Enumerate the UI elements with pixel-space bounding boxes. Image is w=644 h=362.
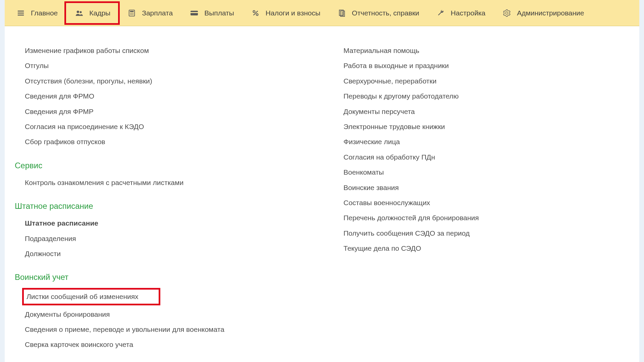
menu-icon bbox=[17, 9, 25, 17]
tb-admin-label: Администрирование bbox=[517, 9, 584, 17]
tb-otchet-label: Отчетность, справки bbox=[352, 9, 419, 17]
section-staff-title: Штатное расписание bbox=[15, 201, 263, 211]
tb-nalogi[interactable]: Налоги и взносы bbox=[243, 0, 329, 26]
svg-point-10 bbox=[130, 14, 131, 15]
svg-point-15 bbox=[253, 10, 255, 12]
svg-point-11 bbox=[131, 14, 132, 15]
percent-icon bbox=[252, 9, 260, 17]
tb-main-label: Главное bbox=[31, 9, 58, 17]
tb-kadry-label: Кадры bbox=[89, 9, 110, 17]
left-top-link[interactable]: Изменение графиков работы списком bbox=[15, 43, 263, 58]
staff-link[interactable]: Штатное расписание bbox=[15, 216, 263, 231]
right-link[interactable]: Военкоматы bbox=[343, 165, 578, 180]
svg-point-8 bbox=[131, 13, 132, 13]
tb-kadry[interactable]: Кадры bbox=[66, 0, 119, 26]
svg-line-17 bbox=[253, 11, 258, 15]
right-link[interactable]: Сверхурочные, переработки bbox=[343, 73, 578, 88]
tb-nastroy[interactable]: Настройка bbox=[428, 0, 494, 26]
wallet-icon bbox=[190, 9, 198, 17]
tb-otchet[interactable]: Отчетность, справки bbox=[329, 0, 428, 26]
right-link[interactable]: Материальная помощь bbox=[343, 43, 578, 58]
tb-main[interactable]: Главное bbox=[8, 0, 66, 26]
left-top-link[interactable]: Сбор графиков отпусков bbox=[15, 134, 263, 149]
people-icon bbox=[75, 9, 83, 17]
military-link[interactable]: Сведения о приеме, переводе и увольнении… bbox=[15, 322, 263, 337]
left-top-link[interactable]: Отсутствия (болезни, прогулы, неявки) bbox=[15, 73, 263, 88]
right-link[interactable]: Физические лица bbox=[343, 134, 578, 149]
tb-vyplaty[interactable]: Выплаты bbox=[181, 0, 243, 26]
right-link[interactable]: Получить сообщения СЭДО за период bbox=[343, 226, 578, 241]
right-link[interactable]: Документы персучета bbox=[343, 104, 578, 119]
section-military-title: Воинский учет bbox=[15, 273, 263, 282]
right-link[interactable]: Текущие дела по СЭДО bbox=[343, 241, 578, 256]
left-top-link[interactable]: Сведения для ФРМО bbox=[15, 88, 263, 104]
svg-rect-14 bbox=[191, 12, 198, 13]
svg-point-4 bbox=[80, 11, 82, 13]
svg-rect-6 bbox=[130, 11, 134, 12]
right-column: Материальная помощьРабота в выходные и п… bbox=[343, 43, 578, 352]
left-top-link[interactable]: Отгулы bbox=[15, 58, 263, 73]
left-top-link[interactable]: Сведения для ФРМР bbox=[15, 104, 263, 119]
tb-admin[interactable]: Администрирование bbox=[494, 0, 593, 26]
left-top-link[interactable]: Согласия на присоединение к КЭДО bbox=[15, 119, 263, 134]
tb-zarplata-label: Зарплата bbox=[142, 9, 173, 17]
svg-point-9 bbox=[133, 13, 133, 13]
tb-nastroy-label: Настройка bbox=[451, 9, 485, 17]
highlight-box: Листки сообщений об изменениях bbox=[22, 288, 160, 305]
right-link[interactable]: Электронные трудовые книжки bbox=[343, 119, 578, 134]
report-icon bbox=[338, 9, 346, 17]
right-link[interactable]: Согласия на обработку ПДн bbox=[343, 149, 578, 165]
section-service-title: Сервис bbox=[15, 161, 263, 170]
svg-point-12 bbox=[133, 14, 133, 15]
military-link-highlighted[interactable]: Листки сообщений об изменениях bbox=[26, 292, 156, 301]
svg-rect-0 bbox=[18, 10, 24, 11]
staff-link[interactable]: Должности bbox=[15, 246, 263, 261]
tb-vyplaty-label: Выплаты bbox=[204, 9, 234, 17]
military-link[interactable]: Документы бронирования bbox=[15, 307, 263, 322]
right-link[interactable]: Перечень должностей для бронирования bbox=[343, 210, 578, 225]
staff-link[interactable]: Подразделения bbox=[15, 231, 263, 246]
right-link[interactable]: Составы военнослужащих bbox=[343, 195, 578, 210]
tb-nalogi-label: Налоги и взносы bbox=[266, 9, 320, 17]
calc-icon bbox=[128, 9, 136, 17]
gear-icon bbox=[503, 9, 511, 17]
right-link[interactable]: Работа в выходные и праздники bbox=[343, 58, 578, 73]
svg-point-16 bbox=[256, 13, 258, 15]
tb-zarplata[interactable]: Зарплата bbox=[119, 0, 181, 26]
svg-rect-2 bbox=[18, 14, 24, 15]
military-link[interactable]: Сверка карточек воинского учета bbox=[15, 337, 263, 352]
right-link[interactable]: Воинские звания bbox=[343, 180, 578, 195]
svg-point-7 bbox=[130, 13, 131, 13]
left-column: Изменение графиков работы спискомОтгулыО… bbox=[15, 43, 263, 352]
wrench-icon bbox=[437, 9, 445, 17]
service-link[interactable]: Контроль ознакомления с расчетными листк… bbox=[15, 175, 263, 190]
svg-rect-1 bbox=[18, 12, 24, 13]
main-toolbar: ГлавноеКадрыЗарплатаВыплатыНалоги и взно… bbox=[5, 0, 639, 26]
right-link[interactable]: Переводы к другому работодателю bbox=[343, 88, 578, 104]
content-area: Изменение графиков работы спискомОтгулыО… bbox=[5, 26, 639, 362]
svg-point-3 bbox=[77, 10, 79, 13]
